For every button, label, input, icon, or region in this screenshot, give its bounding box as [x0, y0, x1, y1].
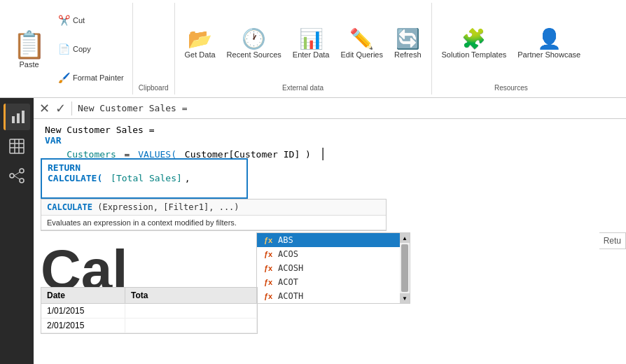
svg-rect-0 — [12, 116, 15, 123]
function-list[interactable]: ƒx ABS ƒx ACOS ƒx ACOSH ƒx — [256, 232, 410, 304]
autocomplete-params: (Expression, [Filter1], ...) — [97, 202, 239, 212]
table-cell-total-1 — [125, 318, 257, 332]
data-table[interactable]: Date Tota 1/01/2015 2/01/2015 — [41, 287, 258, 334]
cut-button[interactable]: ✂️ Cut — [55, 13, 127, 27]
edit-queries-button[interactable]: ✏️ Edit Queries — [336, 6, 387, 83]
dax-line-3: Customers = VALUES( Customer[Customer ID… — [45, 146, 615, 160]
table-header-date: Date — [41, 288, 125, 303]
solution-templates-button[interactable]: 🧩 Solution Templates — [438, 6, 511, 83]
svg-rect-3 — [10, 139, 24, 153]
function-list-item-acosh[interactable]: ƒx ACOSH — [257, 261, 410, 275]
scrollbar-up-button[interactable]: ▲ — [400, 233, 410, 243]
sidebar-item-table[interactable] — [4, 133, 30, 160]
enter-data-icon: 📊 — [299, 29, 324, 49]
svg-line-12 — [14, 176, 20, 179]
table-cell-total-0 — [125, 304, 257, 318]
table-cell-date-0: 1/01/2015 — [41, 304, 125, 318]
dax-calculate-func: CALCULATE( — [48, 173, 102, 183]
clipboard-group-label: Clipboard — [139, 83, 169, 92]
func-name-acos: ACOS — [278, 249, 298, 259]
func-fx-icon-abs: ƒx — [263, 236, 274, 244]
refresh-icon: 🔄 — [396, 29, 420, 49]
format-painter-icon: 🖌️ — [58, 72, 70, 83]
recent-sources-icon: 🕐 — [242, 29, 266, 49]
formula-wrapper: ✕ ✓ New Customer Sales = New Customer Sa… — [34, 98, 626, 364]
paste-label: Paste — [19, 60, 39, 69]
table-cell-date-1: 2/01/2015 — [41, 318, 125, 332]
table-row-1[interactable]: 2/01/2015 — [41, 318, 257, 333]
cut-icon: ✂️ — [58, 15, 70, 26]
function-list-item-acot[interactable]: ƒx ACOT — [257, 275, 410, 289]
dax-customers-var: Customers — [45, 149, 116, 160]
format-painter-button[interactable]: 🖌️ Format Painter — [55, 71, 127, 85]
edit-queries-label: Edit Queries — [340, 50, 383, 59]
svg-rect-2 — [22, 111, 25, 123]
func-name-abs: ABS — [278, 235, 293, 245]
scrollbar-down-button[interactable]: ▼ — [400, 293, 410, 303]
resources-group: 🧩 Solution Templates 👤 Partner Showcase … — [432, 3, 591, 94]
copy-button[interactable]: 📄 Copy — [55, 42, 127, 56]
paste-button[interactable]: 📋 Paste — [6, 6, 53, 92]
external-data-group-label: External data — [181, 83, 426, 92]
partner-showcase-button[interactable]: 👤 Partner Showcase — [513, 6, 585, 83]
retu-partial-text: Retu — [599, 232, 626, 249]
svg-line-11 — [14, 172, 20, 176]
function-list-scrollbar[interactable]: ▲ ▼ — [400, 233, 410, 303]
dax-cursor: | — [319, 146, 327, 160]
formula-cancel-button[interactable]: ✕ — [39, 101, 50, 116]
function-list-item-acos[interactable]: ƒx ACOS — [257, 247, 410, 261]
dax-line-2: VAR — [45, 135, 615, 146]
dax-line-1: New Customer Sales = — [45, 125, 615, 135]
svg-point-9 — [20, 169, 24, 173]
formula-bar: ✕ ✓ New Customer Sales = — [34, 98, 626, 119]
recent-sources-button[interactable]: 🕐 Recent Sources — [223, 6, 286, 83]
resources-group-label: Resources — [438, 83, 585, 92]
cut-label: Cut — [73, 16, 85, 24]
copy-label: Copy — [73, 45, 91, 53]
recent-sources-label: Recent Sources — [227, 50, 281, 59]
retu-text-content: Retu — [604, 236, 621, 246]
clipboard-footer: Clipboard — [133, 3, 175, 94]
refresh-button[interactable]: 🔄 Refresh — [390, 6, 426, 83]
formula-confirm-button[interactable]: ✓ — [55, 101, 66, 116]
dax-values-func: VALUES( — [138, 149, 176, 160]
dax-total-sales: [Total Sales] — [105, 173, 182, 183]
formula-text[interactable]: New Customer Sales = — [78, 103, 620, 113]
get-data-icon: 📂 — [188, 29, 212, 49]
dax-var-keyword: VAR — [45, 135, 61, 146]
function-list-item-acoth[interactable]: ƒx ACOTH — [257, 289, 410, 303]
enter-data-button[interactable]: 📊 Enter Data — [288, 6, 334, 83]
solution-templates-icon: 🧩 — [461, 29, 486, 49]
scrollbar-thumb[interactable] — [401, 244, 408, 292]
get-data-button[interactable]: 📂 Get Data — [181, 6, 220, 83]
svg-rect-1 — [17, 113, 20, 123]
func-fx-icon-acos: ƒx — [263, 250, 274, 258]
solution-templates-label: Solution Templates — [442, 50, 507, 59]
copy-icon: 📄 — [58, 43, 70, 55]
canvas-area[interactable]: New Customer Sales = VAR Customers = VAL… — [34, 119, 626, 364]
dax-editor[interactable]: New Customer Sales = VAR Customers = VAL… — [34, 119, 626, 166]
function-list-items: ƒx ABS ƒx ACOS ƒx ACOSH ƒx — [257, 233, 410, 303]
sidebar — [0, 98, 34, 364]
svg-point-10 — [20, 178, 24, 183]
external-data-group: 📂 Get Data 🕐 Recent Sources 📊 Enter Data… — [175, 3, 432, 94]
table-row-0[interactable]: 1/01/2015 — [41, 304, 257, 318]
autocomplete-description: Evaluates an expression in a context mod… — [41, 216, 386, 230]
get-data-label: Get Data — [185, 50, 216, 59]
function-list-item-abs[interactable]: ƒx ABS — [257, 233, 410, 247]
func-fx-icon-acoth: ƒx — [263, 292, 274, 300]
ribbon: 📋 Paste ✂️ Cut 📄 Copy 🖌️ Format Painter — [0, 0, 626, 98]
sidebar-item-bar-chart[interactable] — [4, 104, 30, 130]
sidebar-item-model[interactable] — [4, 162, 30, 189]
paste-icon: 📋 — [13, 29, 46, 60]
main-area: ✕ ✓ New Customer Sales = New Customer Sa… — [0, 98, 626, 364]
func-fx-icon-acosh: ƒx — [263, 264, 274, 272]
formula-divider — [71, 102, 72, 115]
func-name-acot: ACOT — [278, 277, 298, 287]
enter-data-label: Enter Data — [293, 50, 330, 59]
svg-point-8 — [10, 174, 14, 178]
partner-showcase-icon: 👤 — [537, 29, 562, 49]
autocomplete-dropdown[interactable]: CALCULATE (Expression, [Filter1], ...) E… — [41, 199, 387, 231]
func-name-acoth: ACOTH — [278, 291, 303, 301]
autocomplete-syntax: CALCULATE (Expression, [Filter1], ...) — [41, 200, 386, 216]
